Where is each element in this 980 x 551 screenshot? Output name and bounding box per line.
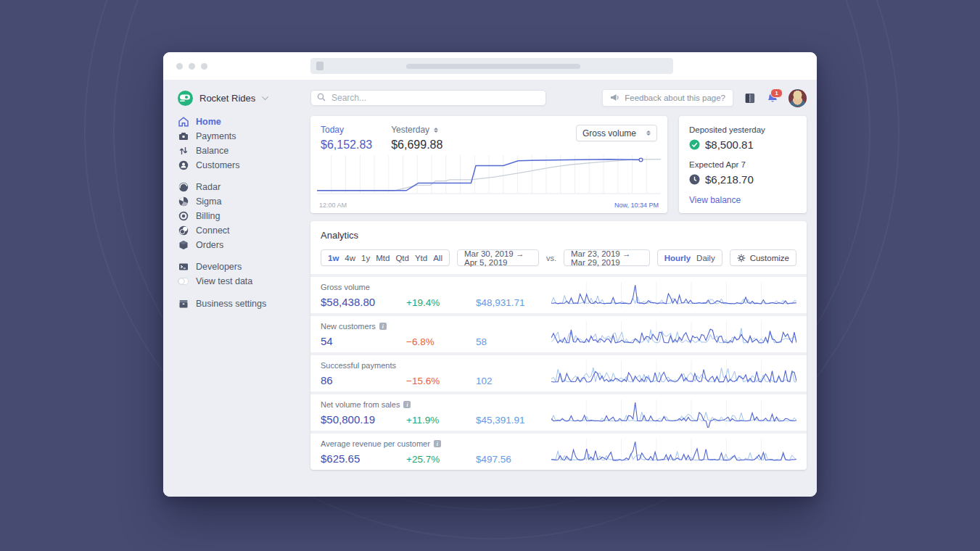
preset-qtd[interactable]: Qtd	[395, 254, 409, 262]
metric-select-value: Gross volume	[582, 128, 636, 138]
sidebar-item-sigma[interactable]: Sigma	[178, 194, 305, 209]
metric-row-average-revenue[interactable]: Average revenue per customeri $625.65 +2…	[310, 431, 807, 470]
sidebar-item-label: Home	[196, 117, 221, 127]
analytics-title: Analytics	[321, 230, 796, 241]
sidebar-item-view-test-data[interactable]: View test data	[178, 274, 305, 289]
balance-icon	[178, 146, 189, 156]
notifications-button[interactable]: 1	[767, 92, 778, 104]
sidebar-item-connect[interactable]: Connect	[178, 223, 305, 238]
date-range-presets: 1w 4w 1y Mtd Qtd Ytd All	[321, 249, 450, 266]
metric-delta: +25.7%	[406, 454, 476, 465]
yesterday-value: $6,699.88	[391, 138, 442, 152]
chevron-down-icon	[262, 94, 268, 100]
sidebar-item-radar[interactable]: Radar	[178, 180, 305, 194]
sidebar-item-label: Balance	[196, 146, 228, 156]
rocket-rides-logo-icon	[178, 91, 193, 106]
customize-label: Customize	[750, 254, 789, 262]
date-range-value: Mar 30, 2019 → Apr 5, 2019	[464, 249, 532, 267]
window-minimize-button[interactable]	[189, 63, 195, 70]
select-caret-icon	[646, 130, 651, 136]
today-volume-card: Today $6,152.83 Yesterday $6,699.88 Gros…	[310, 116, 667, 213]
metric-compare-value: 102	[476, 376, 554, 386]
sidebar-item-label: View test data	[196, 276, 252, 286]
sidebar-item-balance[interactable]: Balance	[178, 144, 305, 158]
balance-summary-card: Deposited yesterday $8,500.81 Expected A…	[679, 116, 807, 213]
preset-1w[interactable]: 1w	[328, 254, 339, 262]
sidebar-item-label: Connect	[196, 225, 230, 236]
analytics-card: Analytics 1w 4w 1y Mtd Qtd Ytd All Mar	[310, 221, 807, 470]
metric-delta: +11.9%	[406, 415, 476, 426]
business-settings-icon	[178, 299, 189, 309]
sidebar: Rocket Rides Home Payments Balance Custo…	[163, 80, 305, 311]
book-icon	[744, 93, 756, 104]
date-range-picker[interactable]: Mar 30, 2019 → Apr 5, 2019	[457, 249, 539, 266]
account-switcher[interactable]: Rocket Rides	[178, 90, 305, 106]
radar-icon	[178, 182, 189, 192]
sidebar-item-payments[interactable]: Payments	[178, 129, 305, 144]
vs-label: vs.	[546, 254, 556, 262]
sidebar-item-orders[interactable]: Orders	[178, 238, 305, 252]
metric-sparkline	[551, 358, 796, 389]
sidebar-item-customers[interactable]: Customers	[178, 158, 305, 173]
overview-cards: Today $6,152.83 Yesterday $6,699.88 Gros…	[310, 116, 807, 213]
sidebar-item-home[interactable]: Home	[178, 115, 305, 129]
metric-row-new-customers[interactable]: New customersi 54 −6.8% 58	[310, 313, 807, 352]
developers-icon	[178, 262, 189, 272]
account-name: Rocket Rides	[199, 93, 255, 104]
preset-4w[interactable]: 4w	[345, 254, 355, 262]
docs-button[interactable]	[744, 93, 756, 104]
sidebar-item-label: Business settings	[196, 299, 266, 309]
metric-compare-value: $48,931.71	[476, 297, 554, 308]
info-icon[interactable]: i	[403, 401, 411, 408]
topbar: Feedback about this page? 1	[310, 90, 807, 106]
customize-button[interactable]: Customize	[730, 249, 796, 266]
metric-select[interactable]: Gross volume	[576, 125, 657, 141]
user-avatar[interactable]	[788, 89, 807, 107]
dashboard-app: Rocket Rides Home Payments Balance Custo…	[163, 80, 817, 497]
search-box[interactable]	[310, 90, 546, 106]
feedback-button[interactable]: Feedback about this page?	[602, 89, 733, 107]
sidebar-item-label: Developers	[196, 262, 242, 272]
favicon-placeholder	[316, 62, 324, 70]
main-content: Feedback about this page? 1 Today	[305, 80, 817, 470]
sidebar-item-business-settings[interactable]: Business settings	[178, 297, 305, 311]
test-data-toggle[interactable]	[178, 277, 189, 286]
granularity-daily[interactable]: Daily	[696, 254, 715, 262]
browser-window: Rocket Rides Home Payments Balance Custo…	[163, 52, 817, 497]
info-icon[interactable]: i	[379, 323, 387, 330]
metric-label: Gross volume	[321, 283, 370, 291]
metric-current-value: 54	[321, 335, 406, 347]
metric-row-net-volume[interactable]: Net volume from salesi $50,800.19 +11.9%…	[310, 392, 807, 431]
metric-compare-value: $497.56	[476, 454, 554, 465]
sidebar-item-label: Customers	[196, 160, 239, 170]
preset-1y[interactable]: 1y	[361, 254, 370, 262]
check-circle-icon	[689, 139, 700, 150]
url-bar[interactable]	[310, 58, 673, 74]
info-icon[interactable]: i	[434, 440, 441, 447]
metric-current-value: $625.65	[321, 452, 406, 465]
expected-value: $6,218.70	[705, 173, 754, 186]
chart-x-end-label: Now, 10:34 PM	[614, 202, 659, 209]
view-balance-link[interactable]: View balance	[689, 195, 796, 205]
customers-icon	[178, 160, 189, 170]
preset-mtd[interactable]: Mtd	[376, 254, 390, 262]
granularity-hourly[interactable]: Hourly	[664, 254, 691, 262]
compare-range-value: Mar 23, 2019 → Mar 29, 2019	[571, 249, 643, 267]
sidebar-item-developers[interactable]: Developers	[178, 260, 305, 274]
search-input[interactable]	[330, 92, 540, 104]
metric-label: Net volume from sales	[321, 400, 400, 409]
sidebar-item-billing[interactable]: Billing	[178, 209, 305, 223]
window-close-button[interactable]	[176, 63, 183, 70]
search-icon	[317, 91, 326, 104]
deposited-label: Deposited yesterday	[689, 125, 796, 134]
metric-compare-value: 58	[476, 336, 554, 347]
preset-ytd[interactable]: Ytd	[415, 254, 427, 262]
metric-row-gross-volume[interactable]: Gross volume $58,438.80 +19.4% $48,931.7…	[310, 274, 807, 313]
metric-row-successful-payments[interactable]: Successful payments 86 −15.6% 102	[310, 352, 807, 392]
compare-range-picker[interactable]: Mar 23, 2019 → Mar 29, 2019	[564, 249, 650, 266]
preset-all[interactable]: All	[433, 254, 442, 262]
compare-selector-icon[interactable]	[434, 128, 438, 133]
today-metric: Today $6,152.83	[321, 125, 372, 152]
window-zoom-button[interactable]	[201, 63, 207, 70]
sidebar-item-label: Orders	[196, 240, 223, 250]
